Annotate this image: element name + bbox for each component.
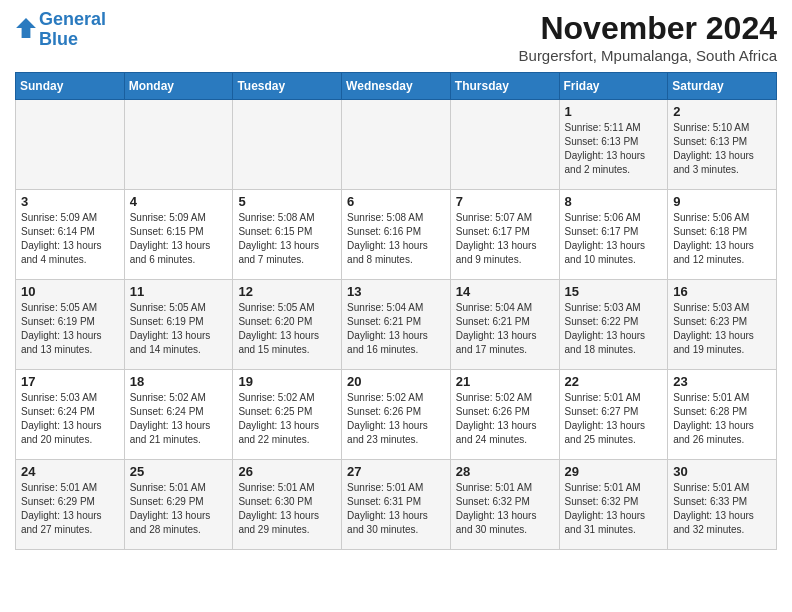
calendar-day: 23Sunrise: 5:01 AM Sunset: 6:28 PM Dayli… (668, 370, 777, 460)
day-number: 20 (347, 374, 445, 389)
calendar-day: 9Sunrise: 5:06 AM Sunset: 6:18 PM Daylig… (668, 190, 777, 280)
svg-marker-0 (16, 18, 36, 38)
day-number: 19 (238, 374, 336, 389)
day-number: 25 (130, 464, 228, 479)
day-info: Sunrise: 5:08 AM Sunset: 6:16 PM Dayligh… (347, 211, 445, 267)
calendar-day: 1Sunrise: 5:11 AM Sunset: 6:13 PM Daylig… (559, 100, 668, 190)
calendar-day: 25Sunrise: 5:01 AM Sunset: 6:29 PM Dayli… (124, 460, 233, 550)
day-number: 29 (565, 464, 663, 479)
day-info: Sunrise: 5:03 AM Sunset: 6:23 PM Dayligh… (673, 301, 771, 357)
day-number: 12 (238, 284, 336, 299)
day-number: 15 (565, 284, 663, 299)
calendar-day: 13Sunrise: 5:04 AM Sunset: 6:21 PM Dayli… (342, 280, 451, 370)
calendar-day: 16Sunrise: 5:03 AM Sunset: 6:23 PM Dayli… (668, 280, 777, 370)
day-number: 13 (347, 284, 445, 299)
calendar-day: 24Sunrise: 5:01 AM Sunset: 6:29 PM Dayli… (16, 460, 125, 550)
calendar-day: 26Sunrise: 5:01 AM Sunset: 6:30 PM Dayli… (233, 460, 342, 550)
day-number: 23 (673, 374, 771, 389)
day-number: 17 (21, 374, 119, 389)
day-number: 21 (456, 374, 554, 389)
logo-line1: General (39, 9, 106, 29)
weekday-header: Monday (124, 73, 233, 100)
day-info: Sunrise: 5:03 AM Sunset: 6:24 PM Dayligh… (21, 391, 119, 447)
day-number: 14 (456, 284, 554, 299)
day-info: Sunrise: 5:01 AM Sunset: 6:31 PM Dayligh… (347, 481, 445, 537)
calendar-day: 17Sunrise: 5:03 AM Sunset: 6:24 PM Dayli… (16, 370, 125, 460)
day-info: Sunrise: 5:01 AM Sunset: 6:33 PM Dayligh… (673, 481, 771, 537)
day-info: Sunrise: 5:01 AM Sunset: 6:29 PM Dayligh… (130, 481, 228, 537)
title-area: November 2024 Burgersfort, Mpumalanga, S… (519, 10, 777, 64)
day-number: 1 (565, 104, 663, 119)
weekday-header: Wednesday (342, 73, 451, 100)
day-number: 3 (21, 194, 119, 209)
day-number: 26 (238, 464, 336, 479)
calendar-empty (233, 100, 342, 190)
day-number: 9 (673, 194, 771, 209)
day-info: Sunrise: 5:01 AM Sunset: 6:28 PM Dayligh… (673, 391, 771, 447)
day-number: 6 (347, 194, 445, 209)
day-number: 5 (238, 194, 336, 209)
day-number: 8 (565, 194, 663, 209)
day-info: Sunrise: 5:01 AM Sunset: 6:27 PM Dayligh… (565, 391, 663, 447)
day-number: 22 (565, 374, 663, 389)
calendar-day: 28Sunrise: 5:01 AM Sunset: 6:32 PM Dayli… (450, 460, 559, 550)
day-number: 18 (130, 374, 228, 389)
calendar-day: 29Sunrise: 5:01 AM Sunset: 6:32 PM Dayli… (559, 460, 668, 550)
calendar-day: 8Sunrise: 5:06 AM Sunset: 6:17 PM Daylig… (559, 190, 668, 280)
weekday-header: Friday (559, 73, 668, 100)
calendar-day: 15Sunrise: 5:03 AM Sunset: 6:22 PM Dayli… (559, 280, 668, 370)
day-info: Sunrise: 5:09 AM Sunset: 6:15 PM Dayligh… (130, 211, 228, 267)
day-number: 24 (21, 464, 119, 479)
logo-text: General Blue (39, 10, 106, 50)
day-number: 16 (673, 284, 771, 299)
day-info: Sunrise: 5:02 AM Sunset: 6:26 PM Dayligh… (456, 391, 554, 447)
calendar-day: 20Sunrise: 5:02 AM Sunset: 6:26 PM Dayli… (342, 370, 451, 460)
header: General Blue November 2024 Burgersfort, … (15, 10, 777, 64)
calendar-day: 30Sunrise: 5:01 AM Sunset: 6:33 PM Dayli… (668, 460, 777, 550)
day-info: Sunrise: 5:03 AM Sunset: 6:22 PM Dayligh… (565, 301, 663, 357)
calendar-empty (450, 100, 559, 190)
calendar-day: 18Sunrise: 5:02 AM Sunset: 6:24 PM Dayli… (124, 370, 233, 460)
day-number: 7 (456, 194, 554, 209)
day-number: 2 (673, 104, 771, 119)
day-info: Sunrise: 5:04 AM Sunset: 6:21 PM Dayligh… (347, 301, 445, 357)
day-info: Sunrise: 5:01 AM Sunset: 6:30 PM Dayligh… (238, 481, 336, 537)
calendar-day: 7Sunrise: 5:07 AM Sunset: 6:17 PM Daylig… (450, 190, 559, 280)
calendar-day: 5Sunrise: 5:08 AM Sunset: 6:15 PM Daylig… (233, 190, 342, 280)
weekday-header: Tuesday (233, 73, 342, 100)
day-info: Sunrise: 5:05 AM Sunset: 6:19 PM Dayligh… (130, 301, 228, 357)
day-number: 11 (130, 284, 228, 299)
calendar-day: 4Sunrise: 5:09 AM Sunset: 6:15 PM Daylig… (124, 190, 233, 280)
calendar-day: 14Sunrise: 5:04 AM Sunset: 6:21 PM Dayli… (450, 280, 559, 370)
month-title: November 2024 (519, 10, 777, 47)
calendar-day: 12Sunrise: 5:05 AM Sunset: 6:20 PM Dayli… (233, 280, 342, 370)
day-number: 4 (130, 194, 228, 209)
day-info: Sunrise: 5:01 AM Sunset: 6:29 PM Dayligh… (21, 481, 119, 537)
calendar-day: 21Sunrise: 5:02 AM Sunset: 6:26 PM Dayli… (450, 370, 559, 460)
day-info: Sunrise: 5:02 AM Sunset: 6:25 PM Dayligh… (238, 391, 336, 447)
day-number: 28 (456, 464, 554, 479)
day-info: Sunrise: 5:02 AM Sunset: 6:24 PM Dayligh… (130, 391, 228, 447)
day-info: Sunrise: 5:10 AM Sunset: 6:13 PM Dayligh… (673, 121, 771, 177)
day-number: 30 (673, 464, 771, 479)
location: Burgersfort, Mpumalanga, South Africa (519, 47, 777, 64)
day-info: Sunrise: 5:08 AM Sunset: 6:15 PM Dayligh… (238, 211, 336, 267)
day-number: 10 (21, 284, 119, 299)
day-info: Sunrise: 5:01 AM Sunset: 6:32 PM Dayligh… (565, 481, 663, 537)
weekday-header: Saturday (668, 73, 777, 100)
day-info: Sunrise: 5:07 AM Sunset: 6:17 PM Dayligh… (456, 211, 554, 267)
weekday-header: Thursday (450, 73, 559, 100)
calendar-table: SundayMondayTuesdayWednesdayThursdayFrid… (15, 72, 777, 550)
calendar-day: 10Sunrise: 5:05 AM Sunset: 6:19 PM Dayli… (16, 280, 125, 370)
day-info: Sunrise: 5:06 AM Sunset: 6:17 PM Dayligh… (565, 211, 663, 267)
day-info: Sunrise: 5:06 AM Sunset: 6:18 PM Dayligh… (673, 211, 771, 267)
day-info: Sunrise: 5:05 AM Sunset: 6:19 PM Dayligh… (21, 301, 119, 357)
calendar-day: 27Sunrise: 5:01 AM Sunset: 6:31 PM Dayli… (342, 460, 451, 550)
day-info: Sunrise: 5:04 AM Sunset: 6:21 PM Dayligh… (456, 301, 554, 357)
calendar-header: SundayMondayTuesdayWednesdayThursdayFrid… (16, 73, 777, 100)
calendar-day: 3Sunrise: 5:09 AM Sunset: 6:14 PM Daylig… (16, 190, 125, 280)
logo: General Blue (15, 10, 106, 50)
day-info: Sunrise: 5:01 AM Sunset: 6:32 PM Dayligh… (456, 481, 554, 537)
weekday-header: Sunday (16, 73, 125, 100)
calendar-empty (342, 100, 451, 190)
